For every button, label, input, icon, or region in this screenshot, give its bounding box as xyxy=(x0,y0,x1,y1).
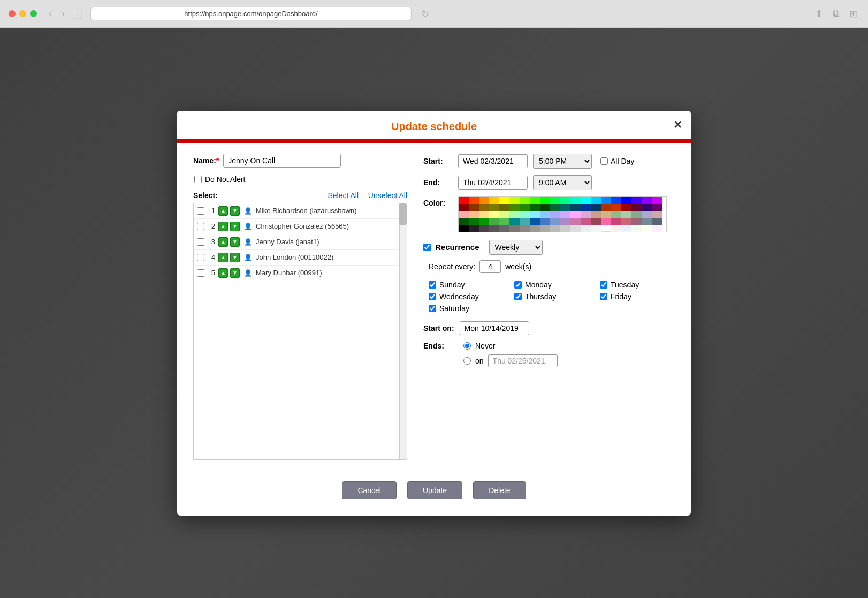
person-icon-2: 👤 xyxy=(243,222,253,231)
friday-row: Friday xyxy=(600,292,675,301)
scrollbar-thumb[interactable] xyxy=(399,203,407,225)
minimize-traffic-light[interactable] xyxy=(19,10,26,17)
tuesday-row: Tuesday xyxy=(600,281,675,289)
ends-on-label: on xyxy=(475,357,484,365)
days-grid: Sunday Monday Tuesday xyxy=(423,281,675,313)
ends-on-date-input[interactable] xyxy=(488,354,558,367)
start-date-input[interactable] xyxy=(458,154,528,168)
refresh-button[interactable]: ↻ xyxy=(419,7,431,21)
ends-never-radio[interactable] xyxy=(463,342,471,350)
move-down-button-5[interactable]: ▼ xyxy=(230,268,240,278)
do-not-alert-checkbox[interactable] xyxy=(194,176,202,183)
person-checkbox-3[interactable] xyxy=(197,238,204,246)
browser-content: Update schedule ✕ Name:* xyxy=(0,28,868,598)
thursday-row: Thursday xyxy=(514,292,589,301)
thursday-checkbox[interactable] xyxy=(514,293,522,300)
color-picker[interactable] xyxy=(458,196,667,232)
thursday-label: Thursday xyxy=(525,292,556,301)
sunday-checkbox[interactable] xyxy=(429,281,436,289)
person-name-3: Jenny Davis (janat1) xyxy=(256,238,319,246)
traffic-lights xyxy=(9,10,37,17)
person-checkbox-5[interactable] xyxy=(197,269,204,277)
ends-on-radio[interactable] xyxy=(463,357,471,365)
recurrence-type-select[interactable]: Weekly Daily Monthly xyxy=(489,240,543,255)
person-name-5: Mary Dunbar (00991) xyxy=(256,269,322,277)
move-up-button-3[interactable]: ▲ xyxy=(218,237,228,247)
new-tab-button[interactable]: ⊞ xyxy=(847,7,859,21)
name-label: Name:* xyxy=(193,156,219,165)
saturday-checkbox[interactable] xyxy=(429,305,436,312)
forward-button[interactable]: › xyxy=(59,7,67,20)
list-item: 2 ▲ ▼ 👤 Christopher Gonzalez (56565) xyxy=(194,219,407,234)
scrollbar[interactable] xyxy=(399,203,407,459)
move-down-button-3[interactable]: ▼ xyxy=(230,237,240,247)
repeat-every-label: Repeat every: xyxy=(429,262,475,271)
monday-row: Monday xyxy=(514,281,589,289)
friday-checkbox[interactable] xyxy=(600,293,607,300)
red-bar xyxy=(177,139,691,143)
update-schedule-dialog: Update schedule ✕ Name:* xyxy=(177,111,691,516)
person-checkbox-4[interactable] xyxy=(197,254,204,261)
close-button[interactable]: ✕ xyxy=(673,118,682,131)
list-item: 5 ▲ ▼ 👤 Mary Dunbar (00991) xyxy=(194,266,407,281)
address-bar[interactable]: https://nps.onpage.com/onpageDashboard/ xyxy=(90,7,412,20)
move-up-button-4[interactable]: ▲ xyxy=(218,253,228,262)
duplicate-button[interactable]: ⧉ xyxy=(831,7,842,20)
person-name-1: Mike Richardson (lazarusshawn) xyxy=(256,207,357,215)
person-checkbox-2[interactable] xyxy=(197,223,204,230)
update-button[interactable]: Update xyxy=(407,481,462,499)
tuesday-checkbox[interactable] xyxy=(600,281,607,289)
person-checkbox-1[interactable] xyxy=(197,207,204,215)
move-up-button-2[interactable]: ▲ xyxy=(218,222,228,231)
delete-button[interactable]: Delete xyxy=(473,481,526,499)
end-row: End: 9:00 AM 5:00 PM xyxy=(423,175,675,190)
people-list: 1 ▲ ▼ 👤 Mike Richardson (lazarusshawn) xyxy=(194,203,407,281)
color-label: Color: xyxy=(423,196,453,207)
move-up-button-1[interactable]: ▲ xyxy=(218,206,228,216)
start-on-input[interactable] xyxy=(460,321,529,335)
select-all-link[interactable]: Select All xyxy=(328,191,359,200)
person-name-4: John London (00110022) xyxy=(256,253,333,261)
move-up-button-5[interactable]: ▲ xyxy=(218,268,228,278)
wednesday-checkbox[interactable] xyxy=(429,293,436,300)
end-label: End: xyxy=(423,178,453,187)
saturday-label: Saturday xyxy=(439,304,469,313)
start-time-select[interactable]: 5:00 PM 9:00 AM 10:00 AM xyxy=(533,154,592,169)
start-on-row: Start on: xyxy=(423,321,675,335)
fullscreen-traffic-light[interactable] xyxy=(30,10,37,17)
left-panel: Name:* Do Not Alert Select: xyxy=(193,154,407,460)
share-button[interactable]: ⬆ xyxy=(813,7,825,21)
wednesday-label: Wednesday xyxy=(439,292,479,301)
name-input[interactable] xyxy=(223,154,341,168)
dialog-header: Update schedule ✕ xyxy=(177,111,691,133)
wednesday-row: Wednesday xyxy=(429,292,504,301)
all-day-checkbox[interactable] xyxy=(600,157,608,165)
cancel-button[interactable]: Cancel xyxy=(342,481,397,499)
recurrence-header: Recurrence Weekly Daily Monthly xyxy=(423,240,675,255)
repeat-every-input[interactable] xyxy=(479,260,501,273)
move-down-button-1[interactable]: ▼ xyxy=(230,206,240,216)
dialog-title: Update schedule xyxy=(188,120,680,133)
list-item: 4 ▲ ▼ 👤 John London (00110022) xyxy=(194,250,407,266)
end-time-select[interactable]: 9:00 AM 5:00 PM xyxy=(533,175,592,190)
monday-checkbox[interactable] xyxy=(514,281,522,289)
weeks-label: week(s) xyxy=(505,262,531,271)
tuesday-label: Tuesday xyxy=(611,281,639,289)
end-date-input[interactable] xyxy=(458,176,528,190)
ends-options: Never on xyxy=(458,342,558,367)
select-header: Select: Select All Unselect All xyxy=(193,191,407,200)
dialog-body: Name:* Do Not Alert Select: xyxy=(177,143,691,471)
sunday-label: Sunday xyxy=(439,281,465,289)
person-icon-4: 👤 xyxy=(243,253,253,262)
move-down-button-2[interactable]: ▼ xyxy=(230,222,240,231)
dialog-footer: Cancel Update Delete xyxy=(177,471,691,516)
move-down-button-4[interactable]: ▼ xyxy=(230,253,240,262)
recurrence-checkbox[interactable] xyxy=(423,244,431,251)
unselect-all-link[interactable]: Unselect All xyxy=(368,191,407,200)
close-traffic-light[interactable] xyxy=(9,10,16,17)
ends-never-label: Never xyxy=(475,342,495,350)
back-button[interactable]: ‹ xyxy=(47,7,54,20)
modal-overlay: Update schedule ✕ Name:* xyxy=(0,28,868,598)
right-panel: Start: 5:00 PM 9:00 AM 10:00 AM All Day xyxy=(423,154,675,460)
sunday-row: Sunday xyxy=(429,281,504,289)
